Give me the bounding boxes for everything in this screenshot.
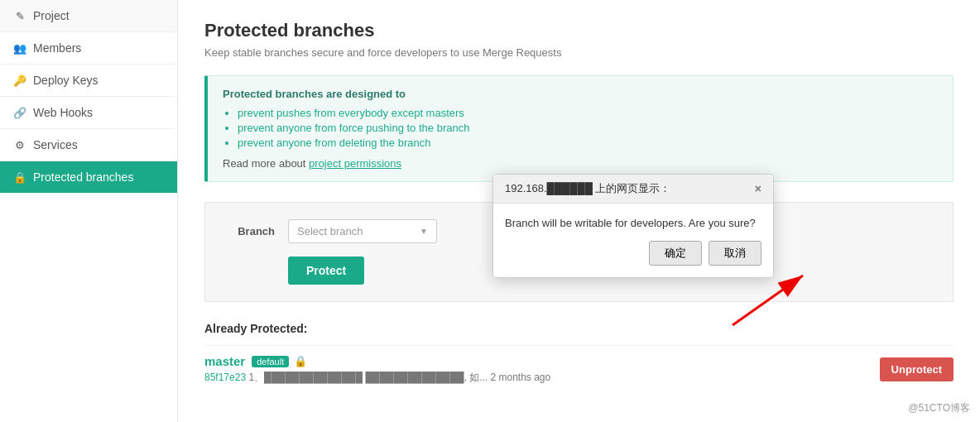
sidebar-item-label: Web Hooks [33,106,93,119]
lock-icon: 🔒 [13,171,26,184]
sidebar-item-label: Project [33,9,70,22]
sidebar-item-members[interactable]: 👥 Members [0,32,177,65]
main-content: Protected branches Keep stable branches … [178,0,980,422]
dialog-title: 192.168.██████ 上的网页显示： [505,181,670,196]
dialog-cancel-button[interactable]: 取消 [709,241,761,266]
sidebar-item-protected-branches[interactable]: 🔒 Protected branches [0,161,177,194]
project-icon: ✎ [13,10,26,22]
dialog-overlay: 192.168.██████ 上的网页显示： × Branch will be … [178,0,980,422]
sidebar-item-services[interactable]: ⚙ Services [0,129,177,161]
sidebar-item-web-hooks[interactable]: 🔗 Web Hooks [0,97,177,129]
sidebar-item-project[interactable]: ✎ Project [0,0,177,32]
dialog-box: 192.168.██████ 上的网页显示： × Branch will be … [492,174,774,278]
dialog-header: 192.168.██████ 上的网页显示： × [493,175,773,204]
services-icon: ⚙ [13,139,26,151]
dialog-buttons: 确定 取消 [505,241,761,266]
members-icon: 👥 [13,42,26,55]
key-icon: 🔑 [13,74,26,87]
dialog-message: Branch will be writable for developers. … [505,217,756,229]
dialog-body: Branch will be writable for developers. … [493,204,773,277]
dialog-confirm-button[interactable]: 确定 [649,241,702,266]
hook-icon: 🔗 [13,107,26,119]
sidebar-item-deploy-keys[interactable]: 🔑 Deploy Keys [0,65,177,97]
sidebar-item-label: Protected branches [33,170,133,184]
sidebar-item-label: Deploy Keys [33,74,98,87]
sidebar-item-label: Members [33,41,81,55]
dialog-close-button[interactable]: × [755,182,761,195]
svg-line-1 [733,276,803,325]
sidebar: ✎ Project 👥 Members 🔑 Deploy Keys 🔗 Web … [0,0,178,422]
sidebar-item-label: Services [33,138,78,151]
